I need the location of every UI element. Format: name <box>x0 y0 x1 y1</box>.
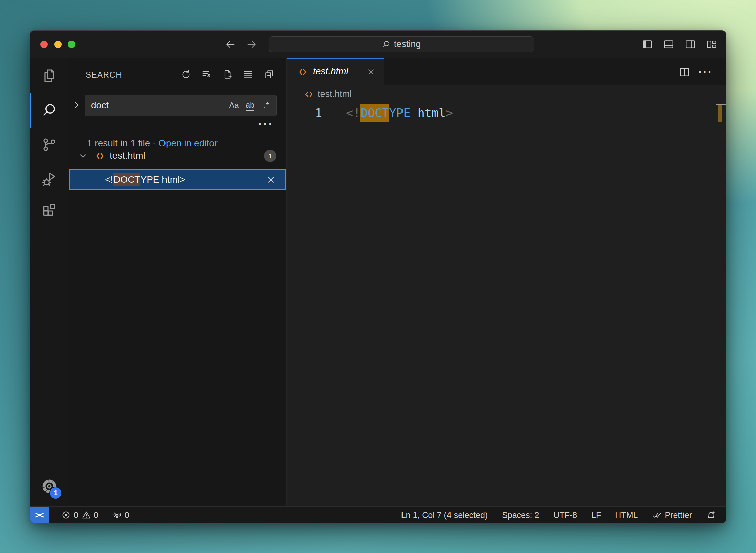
remote-indicator[interactable]: >< <box>30 507 49 523</box>
toggle-primary-sidebar-icon[interactable] <box>642 39 653 50</box>
editor-more-actions-icon[interactable]: ··· <box>698 65 713 79</box>
source-control-icon[interactable] <box>41 137 57 153</box>
cursor-position-status[interactable]: Ln 1, Col 7 (4 selected) <box>401 510 488 520</box>
overview-ruler[interactable] <box>715 85 726 506</box>
vscode-window: testing <box>30 30 726 523</box>
search-icon <box>382 40 391 49</box>
remote-icon: >< <box>35 510 43 520</box>
run-debug-icon[interactable] <box>41 171 57 187</box>
settings-badge: 1 <box>49 487 62 499</box>
clear-search-results-icon[interactable] <box>201 69 212 80</box>
collapse-all-icon[interactable] <box>264 69 275 80</box>
navigate-forward-icon[interactable] <box>246 39 257 50</box>
open-in-editor-link[interactable]: Open in editor <box>158 138 218 148</box>
line-number: 1 <box>287 106 322 120</box>
search-match-row-selected[interactable]: <!DOCTYPE html> <box>69 169 286 190</box>
results-summary: 1 result in 1 file - Open in editor <box>87 138 218 149</box>
find-match-highlight: DOCT <box>360 104 389 122</box>
errors-status[interactable]: 0 <box>61 510 78 520</box>
sidebar-title: SEARCH <box>86 70 122 80</box>
eol-status[interactable]: LF <box>591 510 601 520</box>
error-icon <box>61 510 71 520</box>
search-input[interactable]: doct Aa ab .* <box>85 95 277 116</box>
match-case-toggle[interactable]: Aa <box>227 98 241 113</box>
indentation-status[interactable]: Spaces: 2 <box>502 510 539 520</box>
minimize-window-button[interactable] <box>54 41 62 48</box>
formatter-status[interactable]: Prettier <box>652 510 692 520</box>
editor-actions: ··· <box>679 65 713 79</box>
status-right: Ln 1, Col 7 (4 selected) Spaces: 2 UTF-8… <box>401 507 716 523</box>
warnings-status[interactable]: 0 <box>82 510 98 520</box>
search-sidebar: SEARCH doct Aa ab <box>69 58 287 506</box>
notifications-bell-icon[interactable] <box>706 510 716 520</box>
tree-indent-guide <box>82 170 82 189</box>
toggle-replace-chevron-icon[interactable] <box>72 100 82 110</box>
ports-status[interactable]: 0 <box>112 510 129 520</box>
breadcrumb[interactable]: test.html <box>304 89 352 99</box>
desktop-background: { "title_bar": { "command_center": { "qu… <box>0 0 756 553</box>
customize-layout-icon[interactable] <box>706 39 717 50</box>
overview-find-match-marker <box>718 105 722 122</box>
breadcrumb-file: test.html <box>318 89 352 99</box>
code-text: <!DOCTYPEhtml> <box>346 106 453 120</box>
results-count: 1 result in 1 file <box>87 138 150 148</box>
html-file-icon <box>304 90 314 99</box>
split-editor-icon[interactable] <box>679 66 690 78</box>
active-view-indicator <box>30 93 31 128</box>
tab-label: test.html <box>313 66 348 77</box>
matched-substring: DOCT <box>113 173 140 186</box>
view-as-list-icon[interactable] <box>243 69 254 80</box>
code-line-1[interactable]: 1 <!DOCTYPEhtml> <box>287 104 706 122</box>
match-text: <!DOCTYPE html> <box>105 174 185 185</box>
layout-controls <box>642 39 717 50</box>
result-file-row[interactable]: test.html 1 <box>69 148 287 164</box>
search-input-value: doct <box>91 95 109 116</box>
toggle-panel-icon[interactable] <box>663 39 674 50</box>
html-file-icon <box>95 151 105 161</box>
check-all-icon <box>652 510 662 520</box>
search-more-actions-icon[interactable]: ··· <box>258 118 274 131</box>
chevron-down-icon[interactable] <box>78 151 88 161</box>
close-window-button[interactable] <box>40 41 48 48</box>
command-center-query: testing <box>394 39 421 49</box>
explorer-files-icon[interactable] <box>41 68 57 84</box>
extensions-icon[interactable] <box>41 202 57 218</box>
zoom-window-button[interactable] <box>68 41 75 48</box>
refresh-icon[interactable] <box>181 69 191 80</box>
search-toolbar <box>181 69 275 80</box>
activity-bar: 1 <box>30 58 69 506</box>
language-mode-status[interactable]: HTML <box>615 510 638 520</box>
regex-toggle[interactable]: .* <box>259 98 273 113</box>
command-center-search[interactable]: testing <box>269 36 534 52</box>
navigate-back-icon[interactable] <box>225 39 236 50</box>
broadcast-tower-icon <box>112 510 122 520</box>
whole-word-toggle[interactable]: ab <box>243 98 257 113</box>
close-tab-icon[interactable] <box>367 67 375 76</box>
html-file-icon <box>298 67 308 77</box>
toggle-secondary-sidebar-icon[interactable] <box>684 39 696 50</box>
title-bar: testing <box>30 31 726 58</box>
tab-strip: test.html ··· <box>287 58 726 85</box>
result-file-name: test.html <box>110 150 145 161</box>
dismiss-match-icon[interactable] <box>266 174 276 185</box>
encoding-status[interactable]: UTF-8 <box>553 510 577 520</box>
search-options: Aa ab .* <box>227 95 273 116</box>
tab-test-html[interactable]: test.html <box>287 58 384 85</box>
editor-group: test.html ··· test.html 1 <!DOCTYPEhtml> <box>287 58 726 506</box>
warning-icon <box>82 510 91 520</box>
status-bar: >< 0 0 0 Ln 1, Co <box>30 506 726 523</box>
new-search-editor-icon[interactable] <box>222 69 233 80</box>
result-count-badge: 1 <box>264 150 276 162</box>
search-icon[interactable] <box>41 102 57 118</box>
problems-status[interactable]: 0 0 0 <box>61 507 129 523</box>
